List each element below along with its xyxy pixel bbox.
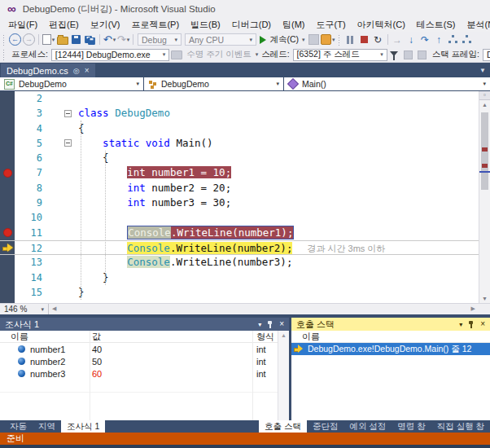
- code-line[interactable]: 14 }: [0, 270, 479, 285]
- fold-margin[interactable]: [52, 255, 78, 270]
- nav-dropdown-class[interactable]: DebugDemo▾: [144, 77, 283, 90]
- stack-frame-dropdown[interactable]: Debu: [483, 49, 490, 61]
- menu-item[interactable]: 디버그(D): [226, 18, 277, 32]
- fold-margin[interactable]: [52, 226, 78, 240]
- new-file-button[interactable]: ▾: [42, 33, 55, 46]
- attach-button[interactable]: ▾: [321, 33, 335, 46]
- close-icon[interactable]: ×: [85, 67, 90, 75]
- thread-dropdown[interactable]: [6352] 주 스레드▾: [293, 49, 387, 61]
- fold-margin[interactable]: [52, 270, 78, 285]
- collapse-icon[interactable]: [64, 139, 72, 147]
- window-menu-icon[interactable]: ▾: [258, 321, 261, 328]
- solution-configuration-dropdown[interactable]: Debug▾: [138, 33, 182, 46]
- document-list-dropdown-icon[interactable]: ▼: [479, 67, 486, 74]
- editor-glyph-margin[interactable]: [0, 226, 15, 240]
- fold-margin[interactable]: [52, 285, 78, 300]
- fold-margin[interactable]: [52, 210, 78, 225]
- editor-glyph-margin[interactable]: [0, 285, 15, 300]
- editor-glyph-margin[interactable]: [0, 165, 15, 180]
- suspend-threads-button[interactable]: [415, 48, 429, 61]
- step-into-button[interactable]: ↓: [405, 33, 418, 46]
- tool-tab[interactable]: 호출 스택: [259, 420, 307, 433]
- flag-threads-button[interactable]: [401, 48, 415, 61]
- scroll-right-icon[interactable]: ▶: [471, 305, 475, 312]
- editor-glyph-margin[interactable]: [0, 151, 15, 165]
- breakpoint-icon[interactable]: [3, 228, 12, 237]
- save-all-button[interactable]: [83, 33, 97, 46]
- tool-tab[interactable]: 지역: [33, 420, 61, 433]
- code-line[interactable]: 7 int number1 = 10;: [0, 165, 479, 180]
- fold-margin[interactable]: [52, 241, 78, 254]
- filter-button[interactable]: [387, 48, 401, 61]
- zoom-level-dropdown[interactable]: 146 %▾: [0, 304, 49, 314]
- tool-tab[interactable]: 명령 창: [392, 420, 431, 433]
- scroll-down-icon[interactable]: ▼: [479, 294, 490, 303]
- code-line[interactable]: 2: [0, 91, 479, 106]
- menu-item[interactable]: 팀(M): [277, 18, 311, 32]
- toolbar-grip[interactable]: [338, 34, 341, 46]
- tool-tab[interactable]: 중단점: [307, 420, 344, 433]
- window-menu-icon[interactable]: ▾: [459, 321, 462, 328]
- editor-glyph-margin[interactable]: [0, 106, 15, 121]
- menu-item[interactable]: 아키텍처(C): [352, 18, 411, 32]
- lifecycle-events-label[interactable]: 수명 주기 이벤트: [186, 49, 251, 60]
- hierarchy-alt-button[interactable]: [460, 33, 474, 46]
- fold-margin[interactable]: [52, 195, 78, 210]
- menu-item[interactable]: 도구(T): [311, 18, 352, 32]
- close-icon[interactable]: ×: [279, 320, 284, 328]
- solution-platform-dropdown[interactable]: Any CPU▾: [185, 33, 256, 46]
- code-line[interactable]: 4{: [0, 121, 479, 136]
- pin-icon[interactable]: [267, 320, 273, 329]
- editor-glyph-margin[interactable]: [0, 241, 15, 254]
- watch-scrollbar[interactable]: ▲: [278, 331, 289, 420]
- code-line[interactable]: 3class DebugDemo: [0, 106, 479, 121]
- editor-glyph-margin[interactable]: [0, 91, 15, 106]
- open-file-button[interactable]: [55, 33, 69, 46]
- code-line[interactable]: 8 int number2 = 20;: [0, 181, 479, 195]
- tool-tab[interactable]: 예외 설정: [343, 420, 392, 433]
- call-stack-frame[interactable]: DebugDemo.exe!DebugDemo.Main() 줄 12: [291, 343, 490, 355]
- code-editor[interactable]: 23class DebugDemo4{5 static void Main()6…: [0, 91, 490, 303]
- variable-value[interactable]: 50: [90, 357, 252, 367]
- navigate-back-button[interactable]: ←: [8, 33, 22, 46]
- toolbar-grip[interactable]: [2, 34, 6, 46]
- editor-glyph-margin[interactable]: [0, 195, 15, 210]
- menu-item[interactable]: 보기(V): [85, 18, 126, 32]
- watch-row[interactable]: number1 40 int: [0, 343, 289, 355]
- code-line[interactable]: 9 int number3 = 30;: [0, 195, 479, 210]
- variable-value[interactable]: 60: [90, 369, 252, 379]
- tool-tab[interactable]: 조사식 1: [61, 420, 105, 433]
- restart-button[interactable]: ↻: [371, 33, 385, 46]
- breakpoint-window-button[interactable]: [307, 33, 321, 46]
- code-line[interactable]: 13 Console.WriteLine(number3);: [0, 255, 479, 270]
- continue-button[interactable]: 계속(C)▾: [258, 33, 307, 46]
- code-line[interactable]: 6 {: [0, 151, 479, 165]
- fold-margin[interactable]: [52, 165, 78, 180]
- editor-glyph-margin[interactable]: [0, 136, 15, 151]
- menu-item[interactable]: 파일(F): [2, 18, 43, 32]
- navigate-forward-button[interactable]: →: [22, 33, 36, 46]
- editor-glyph-margin[interactable]: [0, 255, 15, 270]
- code-line[interactable]: 10: [0, 210, 479, 225]
- pin-icon[interactable]: [468, 320, 475, 329]
- process-dropdown[interactable]: [12444] DebugDemo.exe▾: [51, 49, 169, 61]
- editor-horizontal-scrollbar[interactable]: ◀ ▶: [49, 304, 490, 314]
- tool-tab[interactable]: 자동: [4, 420, 33, 433]
- call-stack-title-bar[interactable]: 호출 스택 ▾ ×: [291, 318, 490, 331]
- watch-row[interactable]: number2 50 int: [0, 355, 289, 367]
- fold-margin[interactable]: [52, 106, 78, 121]
- scroll-up-icon[interactable]: ▲: [278, 331, 289, 340]
- toolbar-grip[interactable]: [2, 49, 6, 60]
- fold-margin[interactable]: [52, 91, 78, 106]
- nav-dropdown-project[interactable]: DebugDemo▾: [0, 77, 143, 90]
- menu-item[interactable]: 테스트(S): [411, 18, 462, 32]
- editor-vertical-scrollbar[interactable]: ▫ ▲ ▼: [479, 91, 490, 303]
- menu-item[interactable]: 프로젝트(P): [125, 18, 185, 32]
- editor-glyph-margin[interactable]: [0, 181, 15, 195]
- code-line[interactable]: 11 Console.WriteLine(number1);: [0, 226, 479, 240]
- pin-icon[interactable]: ◎: [73, 67, 80, 75]
- tool-tab[interactable]: 직접 실행 창: [431, 420, 490, 433]
- watch-row[interactable]: number3 60 int: [0, 367, 289, 380]
- show-next-statement-button[interactable]: →: [391, 33, 405, 46]
- close-icon[interactable]: ×: [480, 320, 485, 328]
